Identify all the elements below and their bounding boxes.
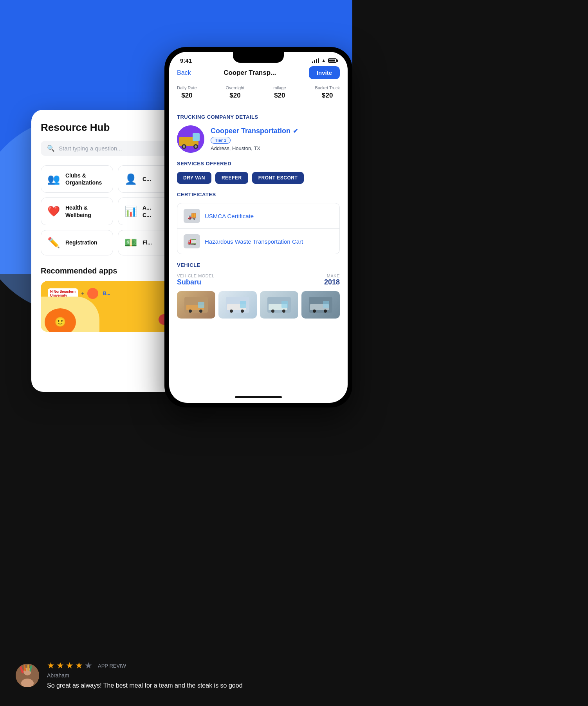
headspace-logo bbox=[87, 288, 98, 299]
certificates-section-title: CERTIFICATES bbox=[177, 192, 340, 197]
star-4: ★ bbox=[75, 661, 83, 671]
service-dry-van[interactable]: DRY VAN bbox=[177, 172, 211, 184]
vehicle-meta: VEHICLE MODEL Subaru MAKE 2018 bbox=[177, 273, 340, 286]
company-address: Address, Houston, TX bbox=[211, 145, 340, 151]
review-row: ★ ★ ★ ★ ★ APP REVIW Abraham So great as … bbox=[16, 661, 572, 690]
battery-icon bbox=[328, 58, 337, 63]
resource-card-registration[interactable]: ✏️ Registration bbox=[41, 230, 113, 255]
svg-point-6 bbox=[195, 145, 197, 148]
clubs-icon: 👥 bbox=[47, 173, 61, 185]
resource-card-health[interactable]: ❤️ Health &Wellbeing bbox=[41, 197, 113, 225]
phone-screen: 9:41 ▲ Back Cooper Transp... Invite bbox=[169, 52, 348, 403]
svg-rect-19 bbox=[281, 301, 288, 308]
svg-rect-2 bbox=[193, 133, 200, 141]
svg-point-26 bbox=[324, 310, 327, 313]
bucket-truck-rate: Bucket Truck $20 bbox=[315, 85, 340, 100]
time-display: 9:41 bbox=[180, 57, 192, 64]
truck-photos-grid bbox=[177, 291, 340, 319]
cert-usmca-thumb: 🚚 bbox=[184, 209, 200, 223]
truck-photo-1[interactable] bbox=[177, 291, 215, 319]
trucking-section-title: TRUCKING COMPANY DETAILS bbox=[177, 114, 340, 120]
vehicle-make-value: 2018 bbox=[324, 278, 340, 286]
certificates-box: 🚚 USMCA Certificate 🚛 Hazardous Waste Tr… bbox=[177, 203, 340, 254]
truck-photo-2[interactable] bbox=[218, 291, 257, 319]
svg-point-4 bbox=[183, 145, 185, 148]
truck-photo-3[interactable] bbox=[260, 291, 298, 319]
service-reefer[interactable]: REEFER bbox=[215, 172, 248, 184]
fi-label: Fi... bbox=[142, 239, 152, 246]
cert-hazardous[interactable]: 🚛 Hazardous Waste Transportation Cart bbox=[177, 228, 339, 254]
right-phone: 9:41 ▲ Back Cooper Transp... Invite bbox=[164, 47, 352, 407]
clubs-label: Clubs &Organizations bbox=[65, 172, 102, 186]
company-name: Coopeer Transportation ✔ bbox=[211, 127, 340, 135]
review-section: ★ ★ ★ ★ ★ APP REVIW Abraham So great as … bbox=[0, 649, 588, 706]
cert-usmca-name: USMCA Certificate bbox=[205, 213, 254, 219]
search-icon: 🔍 bbox=[47, 145, 55, 152]
resource-card-clubs[interactable]: 👥 Clubs &Organizations bbox=[41, 165, 113, 193]
status-bar: 9:41 ▲ bbox=[169, 52, 348, 66]
vehicle-model-value: Subaru bbox=[177, 278, 215, 286]
vehicle-make-label: MAKE bbox=[324, 273, 340, 278]
svg-point-16 bbox=[241, 310, 244, 313]
overnight-rate-label: Overnight bbox=[226, 85, 245, 90]
milage-rate-value: $20 bbox=[273, 92, 286, 100]
services-row: DRY VAN REEFER FRONT ESCORT bbox=[177, 172, 340, 184]
registration-label: Registration bbox=[65, 239, 97, 246]
health-label: Health &Wellbeing bbox=[65, 204, 91, 218]
company-info: Coopeer Transportation ✔ Tier 1 Address,… bbox=[211, 127, 340, 151]
overnight-rate: Overnight $20 bbox=[226, 85, 245, 100]
vehicle-model-group: VEHICLE MODEL Subaru bbox=[177, 273, 215, 286]
truck-photo-4[interactable] bbox=[301, 291, 340, 319]
svg-rect-24 bbox=[323, 301, 329, 308]
svg-point-20 bbox=[271, 310, 274, 313]
bucket-truck-value: $20 bbox=[315, 92, 340, 100]
card4-label: A...C... bbox=[142, 204, 151, 218]
service-front-escort[interactable]: FRONT ESCORT bbox=[252, 172, 304, 184]
svg-rect-32 bbox=[27, 664, 29, 671]
vehicle-make-group: MAKE 2018 bbox=[324, 273, 340, 286]
truck-avatar-svg bbox=[177, 125, 204, 153]
status-icons: ▲ bbox=[312, 58, 337, 63]
star-2: ★ bbox=[56, 661, 64, 671]
svg-point-11 bbox=[199, 310, 202, 313]
star-5: ★ bbox=[85, 661, 92, 671]
daily-rate-label: Daily Rate bbox=[177, 85, 197, 90]
health-icon: ❤️ bbox=[47, 205, 61, 217]
notch bbox=[233, 52, 284, 63]
invite-button[interactable]: Invite bbox=[309, 66, 340, 79]
wifi-icon: ▲ bbox=[321, 58, 326, 63]
svg-point-25 bbox=[313, 310, 316, 313]
signal-icon bbox=[312, 58, 319, 63]
verified-icon: ✔ bbox=[293, 127, 298, 135]
fi-icon: 💵 bbox=[124, 237, 138, 249]
phone-content: Back Cooper Transp... Invite Daily Rate … bbox=[169, 66, 348, 393]
services-section-title: SERVICES OFFERED bbox=[177, 161, 340, 167]
daily-rate-value: $20 bbox=[177, 92, 197, 100]
svg-point-10 bbox=[189, 310, 192, 313]
card4-icon: 📊 bbox=[124, 205, 138, 217]
svg-rect-9 bbox=[198, 302, 204, 308]
cert-hazardous-thumb: 🚛 bbox=[184, 234, 200, 248]
vehicle-section-title: VEHICLE bbox=[177, 262, 340, 268]
back-button[interactable]: Back bbox=[177, 69, 191, 76]
cert-hazardous-name: Hazardous Waste Transportation Cart bbox=[205, 238, 303, 245]
registration-icon: ✏️ bbox=[47, 237, 61, 249]
milage-rate: milage $20 bbox=[273, 85, 286, 100]
company-row: Coopeer Transportation ✔ Tier 1 Address,… bbox=[177, 125, 340, 153]
review-text: So great as always! The best meal for a … bbox=[47, 681, 572, 690]
milage-rate-label: milage bbox=[273, 85, 286, 90]
app-review-label: APP REVIW bbox=[98, 663, 126, 669]
company-avatar bbox=[177, 125, 204, 153]
vehicle-model-label: VEHICLE MODEL bbox=[177, 273, 215, 278]
svg-rect-14 bbox=[240, 301, 246, 308]
star-1: ★ bbox=[47, 661, 55, 671]
cert-usmca[interactable]: 🚚 USMCA Certificate bbox=[177, 203, 339, 228]
star-3: ★ bbox=[66, 661, 74, 671]
tier-badge: Tier 1 bbox=[211, 137, 231, 144]
plus-icon: + bbox=[81, 290, 84, 297]
stars-row: ★ ★ ★ ★ ★ APP REVIW bbox=[47, 661, 572, 671]
overnight-rate-value: $20 bbox=[226, 92, 245, 100]
svg-point-15 bbox=[230, 310, 233, 313]
daily-rate: Daily Rate $20 bbox=[177, 85, 197, 100]
home-indicator bbox=[235, 396, 282, 398]
